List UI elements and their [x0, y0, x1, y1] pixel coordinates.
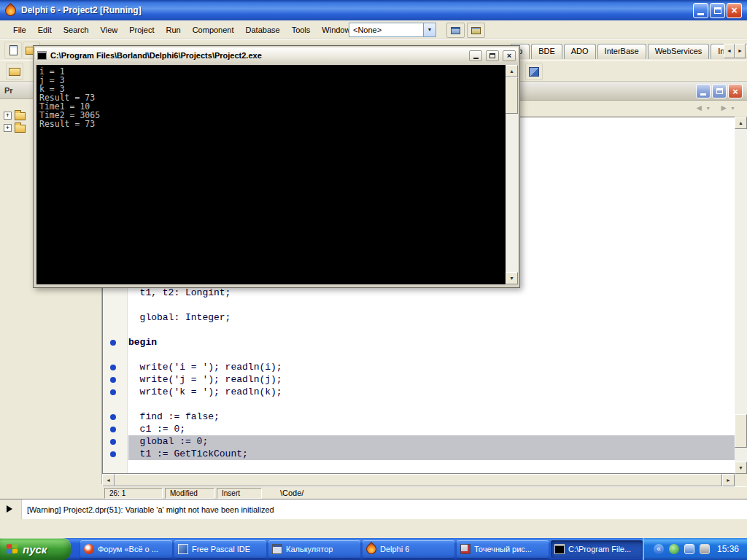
code-line[interactable]: find := false; — [128, 411, 735, 423]
menu-run[interactable]: Run — [160, 23, 186, 37]
palette-scroll-right-button[interactable]: ► — [735, 44, 746, 58]
menu-file[interactable]: File — [7, 23, 32, 37]
code-line[interactable] — [128, 398, 735, 411]
tab-code[interactable]: \Code/ — [280, 489, 303, 497]
breakpoint-dot-icon[interactable] — [110, 340, 116, 346]
console-maximize-button[interactable] — [486, 50, 499, 61]
tray-green-icon[interactable] — [669, 544, 679, 554]
code-line[interactable]: global: Integer; — [128, 311, 735, 324]
left-panel-title-text: Pr — [4, 86, 13, 95]
vertical-scroll-thumb[interactable] — [735, 414, 747, 448]
modified-indicator: Modified — [165, 488, 214, 499]
editor-vertical-scrollbar[interactable]: ▲ ▼ — [735, 117, 747, 474]
code-line[interactable]: write('j = '); readln(j); — [128, 373, 735, 386]
open-folder-icon — [9, 68, 20, 76]
breakpoint-dot-icon[interactable] — [110, 451, 116, 457]
component-button[interactable] — [525, 63, 543, 80]
code-line[interactable]: global := 0; — [128, 435, 735, 448]
editor-close-button[interactable]: × — [728, 84, 743, 98]
code-line[interactable]: t1 := GetTickCount; — [128, 448, 735, 460]
close-button[interactable]: × — [727, 3, 742, 18]
code-line[interactable]: write('i = '); readln(i); — [128, 361, 735, 373]
scroll-up-icon[interactable]: ▲ — [506, 65, 518, 77]
console-minimize-button[interactable] — [469, 50, 482, 61]
code-line[interactable]: c1 := 0; — [128, 423, 735, 435]
taskbar-button-paint[interactable]: Точечный рис... — [457, 540, 549, 558]
taskbar-button-delphi[interactable]: Delphi 6 — [363, 540, 454, 558]
code-line[interactable] — [128, 299, 735, 311]
tray-chevron-icon[interactable] — [654, 544, 664, 554]
menu-tools[interactable]: Tools — [286, 23, 317, 37]
editor-minimize-button[interactable] — [696, 84, 711, 98]
browse-forward-button[interactable]: ►▼ — [719, 103, 735, 113]
tray-blue-icon[interactable] — [684, 544, 694, 554]
folder-icon — [15, 125, 26, 133]
minimize-button[interactable] — [693, 3, 708, 18]
palette-tab-webservices[interactable]: WebServices — [648, 44, 710, 59]
chevron-down-icon: ▼ — [730, 106, 735, 111]
palette-tab-interbase[interactable]: InterBase — [597, 44, 646, 59]
browse-back-button[interactable]: ◄▼ — [694, 103, 711, 113]
caret-position: 26: 1 — [104, 488, 163, 499]
taskbar-button-fpc[interactable]: Free Pascal IDE — [174, 540, 266, 558]
code-line[interactable]: t1, t2: Longint; — [128, 287, 735, 299]
editor-horizontal-scrollbar[interactable]: ◄ ► — [102, 474, 735, 486]
horizontal-scroll-thumb[interactable] — [115, 474, 722, 486]
expand-icon[interactable]: + — [4, 124, 12, 132]
code-line[interactable] — [128, 460, 735, 472]
new-button[interactable] — [4, 42, 22, 59]
save-desktop-button[interactable] — [446, 23, 465, 38]
set-debug-desktop-button[interactable] — [467, 23, 485, 38]
console-scrollbar[interactable]: ▲ ▼ — [506, 65, 518, 284]
start-button[interactable]: пуск — [0, 538, 71, 560]
chevron-down-icon[interactable]: ▼ — [423, 23, 436, 36]
console-titlebar[interactable]: C:\Program Files\Borland\Delphi6\Project… — [35, 47, 518, 63]
taskbar-button-browser[interactable]: Форум «Всё о ... — [80, 540, 172, 558]
menu-search[interactable]: Search — [58, 23, 95, 37]
breakpoint-dot-icon[interactable] — [110, 427, 116, 432]
scroll-down-icon[interactable]: ▼ — [506, 272, 518, 284]
console-scroll-thumb[interactable] — [506, 77, 518, 114]
scroll-down-icon[interactable]: ▼ — [735, 462, 747, 474]
breakpoint-dot-icon[interactable] — [110, 389, 116, 395]
expand-icon[interactable]: + — [4, 112, 12, 120]
breakpoint-dot-icon[interactable] — [110, 377, 116, 383]
scroll-right-icon[interactable]: ► — [722, 474, 735, 486]
maximize-button[interactable] — [710, 3, 725, 18]
menu-component[interactable]: Component — [187, 23, 240, 37]
console-close-button[interactable]: × — [503, 50, 516, 61]
breakpoint-dot-icon[interactable] — [110, 414, 116, 420]
taskbar-buttons: Форум «Всё о ...Free Pascal IDEКалькулят… — [80, 540, 643, 558]
browser-icon — [84, 544, 94, 554]
code-line[interactable]: begin — [128, 336, 735, 349]
breakpoint-dot-icon[interactable] — [110, 439, 116, 445]
open-project-button[interactable] — [6, 63, 23, 80]
menu-database[interactable]: Database — [240, 23, 286, 37]
taskbar-button-calc[interactable]: Калькулятор — [268, 540, 360, 558]
console-output[interactable]: i = 1j = 3k = 3Result = 73Time1 = 10Time… — [36, 65, 506, 284]
menu-project[interactable]: Project — [123, 23, 160, 37]
fpc-icon — [178, 544, 188, 554]
menu-view[interactable]: View — [95, 23, 124, 37]
menu-edit[interactable]: Edit — [32, 23, 58, 37]
desktop-layout-combo[interactable]: <None> ▼ — [349, 23, 436, 37]
palette-tab-ado[interactable]: ADO — [564, 44, 596, 59]
scroll-up-icon[interactable]: ▲ — [735, 117, 747, 129]
palette-tab-bde[interactable]: BDE — [531, 44, 562, 59]
paint-icon — [460, 544, 471, 554]
warning-message[interactable]: [Warning] Project2.dpr(51): Variable 'a'… — [22, 505, 274, 514]
code-line[interactable] — [128, 324, 735, 336]
taskbar-button-label: C:\Program File... — [568, 545, 631, 553]
tray-gray-icon[interactable] — [700, 544, 710, 554]
scroll-left-icon[interactable]: ◄ — [102, 474, 115, 486]
editor-maximize-button[interactable] — [712, 84, 727, 98]
breakpoint-dot-icon[interactable] — [110, 365, 116, 370]
code-line[interactable]: write('k = '); readln(k); — [128, 386, 735, 398]
console-icon — [554, 544, 565, 554]
calc-icon — [272, 544, 282, 554]
main-titlebar[interactable]: Delphi 6 - Project2 [Running] × — [0, 0, 747, 20]
palette-scroll-left-button[interactable]: ◄ — [724, 44, 735, 58]
taskbar-button-console[interactable]: C:\Program File... — [551, 540, 643, 558]
insert-mode-indicator: Insert — [217, 488, 262, 499]
code-line[interactable] — [128, 349, 735, 361]
